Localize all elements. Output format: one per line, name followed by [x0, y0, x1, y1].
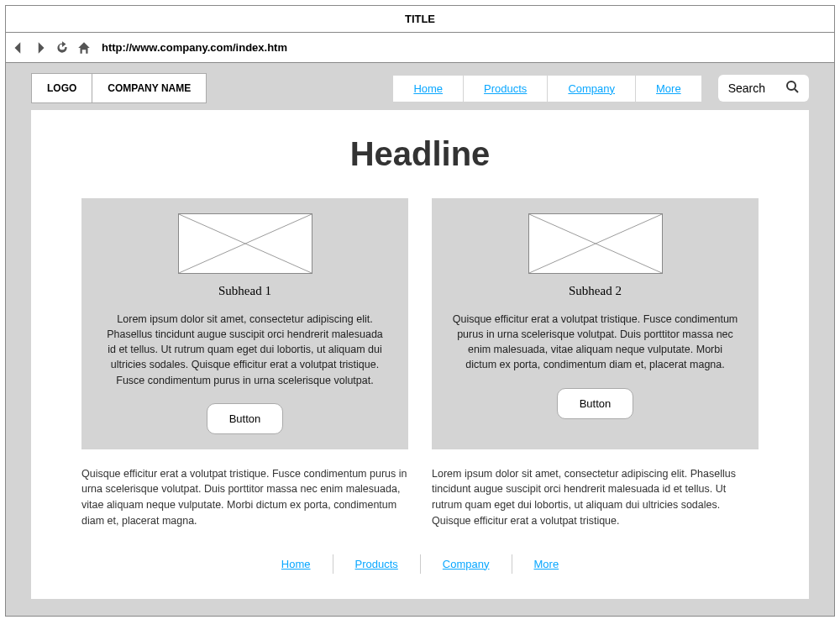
image-placeholder-icon	[178, 213, 312, 274]
url-input[interactable]	[98, 36, 829, 59]
search-placeholder: Search	[728, 81, 765, 95]
svg-point-0	[787, 81, 795, 90]
nav-products[interactable]: Products	[464, 76, 548, 102]
footer-nav: Home Products Company More	[81, 554, 759, 574]
home-icon[interactable]	[76, 40, 92, 55]
refresh-icon[interactable]	[55, 40, 70, 55]
footer-nav-more[interactable]: More	[512, 554, 581, 574]
card-2-body: Quisque efficitur erat a volutpat tristi…	[447, 312, 743, 373]
logo[interactable]: LOGO	[31, 73, 92, 103]
forward-icon[interactable]	[33, 40, 48, 55]
footer-nav-company[interactable]: Company	[421, 554, 512, 574]
nav-company[interactable]: Company	[548, 76, 636, 102]
top-nav: Home Products Company More	[393, 76, 701, 102]
card-1-body: Lorem ipsum dolor sit amet, consectetur …	[97, 312, 393, 388]
card-1: Subhead 1 Lorem ipsum dolor sit amet, co…	[81, 198, 408, 449]
nav-more[interactable]: More	[636, 76, 701, 102]
window-title: TITLE	[6, 6, 834, 33]
footer-nav-home[interactable]: Home	[260, 554, 333, 574]
card-1-button[interactable]: Button	[207, 403, 284, 434]
text-column-1: Quisque efficitur erat a volutpat tristi…	[81, 466, 408, 529]
search-icon[interactable]	[785, 80, 799, 97]
browser-toolbar	[6, 33, 834, 63]
back-icon[interactable]	[11, 40, 26, 55]
svg-line-1	[795, 89, 798, 92]
image-placeholder-icon	[528, 213, 663, 274]
search-box[interactable]: Search	[718, 75, 809, 102]
page-headline: Headline	[81, 135, 759, 173]
text-column-2: Lorem ipsum dolor sit amet, consectetur …	[432, 466, 759, 529]
card-2-subhead: Subhead 2	[447, 284, 743, 298]
nav-home[interactable]: Home	[393, 76, 464, 102]
card-1-subhead: Subhead 1	[97, 284, 393, 298]
card-2-button[interactable]: Button	[557, 388, 634, 419]
company-name: COMPANY NAME	[92, 73, 207, 103]
footer-nav-products[interactable]: Products	[333, 554, 421, 574]
card-2: Subhead 2 Quisque efficitur erat a volut…	[432, 198, 759, 449]
